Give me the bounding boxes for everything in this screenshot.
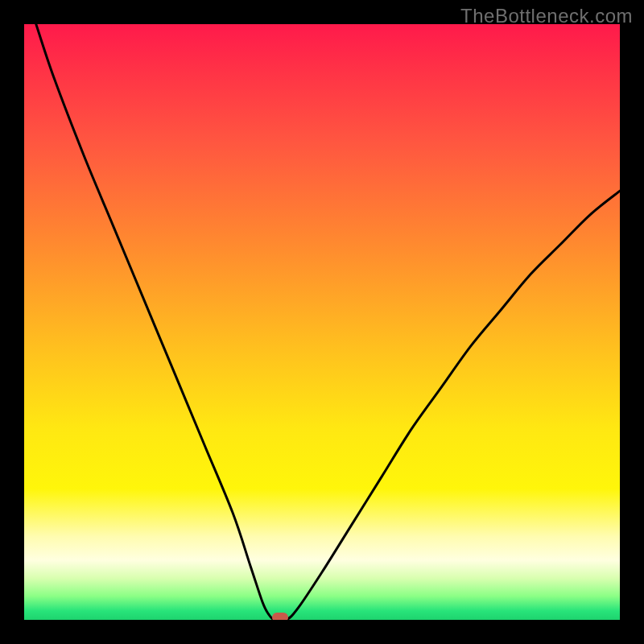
bottleneck-curve xyxy=(36,24,620,620)
watermark-text: TheBottleneck.com xyxy=(460,5,633,27)
curve-layer xyxy=(24,24,620,620)
chart-frame: TheBottleneck.com xyxy=(0,0,644,644)
optimal-marker xyxy=(272,613,288,620)
plot-area xyxy=(24,24,620,620)
